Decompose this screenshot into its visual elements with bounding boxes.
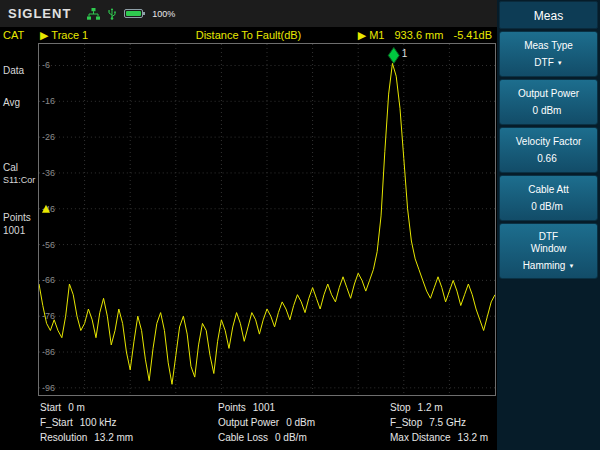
- status-stop: Stop1.2 m: [390, 400, 488, 415]
- trace-title-bar: CAT ▶ Trace 1 Distance To Fault(dB) ▶ M1…: [0, 27, 497, 43]
- softkey-dtf-window[interactable]: DTF Window Hamming▼: [499, 223, 598, 279]
- sweep-status-area: Start0 m F_Start100 kHz Resolution13.2 m…: [38, 400, 497, 450]
- mode-indicator: CAT: [3, 27, 24, 43]
- y-tick-label: -26: [42, 132, 55, 142]
- menu-title: Meas: [499, 1, 598, 29]
- battery-icon: [124, 9, 143, 18]
- plot-area[interactable]: -6-16-26-36-46-56-66-76-86-961: [38, 43, 496, 396]
- y-tick-label: -66: [42, 275, 55, 285]
- data-label: Data: [3, 65, 24, 76]
- status-column-3: Stop1.2 m F_Stop7.5 GHz Max Distance13.2…: [390, 400, 488, 445]
- status-resolution: Resolution13.2 mm: [40, 430, 133, 445]
- marker-value: -5.41dB: [453, 29, 492, 41]
- marker-number-label: 1: [402, 48, 408, 59]
- dtf-chart: -6-16-26-36-46-56-66-76-86-961: [39, 44, 495, 395]
- y-tick-label: -16: [42, 96, 55, 106]
- chevron-down-icon: ▼: [568, 263, 574, 269]
- measurement-title: Distance To Fault(dB): [196, 27, 302, 43]
- cal-label: Cal: [3, 162, 18, 173]
- siglent-logo: SIGLENT: [8, 6, 71, 21]
- softkey-menu: Meas Meas Type DTF▼ Output Power 0 dBm V…: [497, 0, 600, 450]
- softkey-output-power[interactable]: Output Power 0 dBm: [499, 79, 598, 125]
- y-tick-label: -56: [42, 240, 55, 250]
- status-cable-loss: Cable Loss0 dB/m: [218, 430, 315, 445]
- softkey-velocity-factor[interactable]: Velocity Factor 0.66: [499, 127, 598, 173]
- usb-icon: [107, 8, 117, 20]
- status-fstop: F_Stop7.5 GHz: [390, 415, 488, 430]
- status-max-distance: Max Distance13.2 m: [390, 430, 488, 445]
- status-start: Start0 m: [40, 400, 133, 415]
- battery-fill: [126, 11, 141, 16]
- top-status-bar: SIGLENT 100%: [0, 0, 497, 27]
- y-tick-label: -96: [42, 383, 55, 393]
- status-column-1: Start0 m F_Start100 kHz Resolution13.2 m…: [40, 400, 133, 445]
- avg-label: Avg: [3, 97, 20, 108]
- instrument-screen: SIGLENT 100% CAT ▶ Trace 1 D: [0, 0, 600, 450]
- status-column-2: Points1001 Output Power0 dBm Cable Loss0…: [218, 400, 315, 445]
- marker-id: ▶ M1: [358, 29, 385, 41]
- status-icons: 100%: [87, 8, 175, 20]
- softkey-cable-att[interactable]: Cable Att 0 dB/m: [499, 175, 598, 221]
- cal-state-label: S11:Cor: [3, 175, 35, 185]
- y-tick-label: -86: [42, 347, 55, 357]
- marker-diamond[interactable]: [388, 47, 399, 63]
- softkey-meas-type[interactable]: Meas Type DTF▼: [499, 31, 598, 77]
- status-points: Points1001: [218, 400, 315, 415]
- battery-percent: 100%: [152, 9, 175, 19]
- status-fstart: F_Start100 kHz: [40, 415, 133, 430]
- left-annotation-rail: Data Avg Cal S11:Cor Points 1001: [0, 43, 38, 396]
- y-tick-label: -6: [42, 60, 50, 70]
- y-tick-label: -36: [42, 168, 55, 178]
- lan-icon: [87, 8, 100, 20]
- marker-distance: 933.6 mm: [394, 29, 443, 41]
- chevron-down-icon: ▼: [557, 60, 563, 66]
- status-output-power: Output Power0 dBm: [218, 415, 315, 430]
- points-value: 1001: [3, 225, 25, 236]
- trace-selector[interactable]: ▶ Trace 1: [40, 27, 88, 43]
- marker-readout: ▶ M1 933.6 mm -5.41dB: [358, 27, 492, 43]
- points-label: Points: [3, 212, 31, 223]
